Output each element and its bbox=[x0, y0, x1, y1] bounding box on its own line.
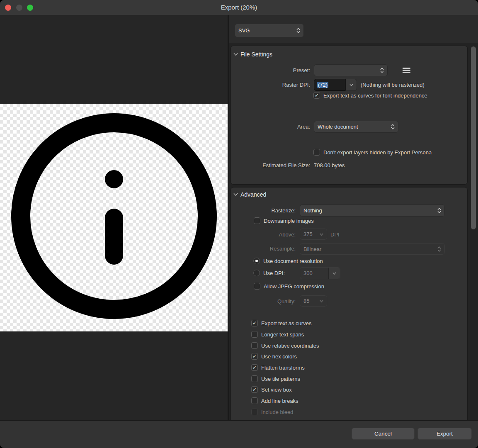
preset-label: Preset: bbox=[249, 67, 310, 73]
above-label: Above: bbox=[239, 231, 296, 238]
raster-dpi-dropdown-arrow[interactable] bbox=[345, 79, 357, 91]
transparency-checkerboard bbox=[0, 104, 228, 331]
flatten-transforms-label: Flatten transforms bbox=[261, 365, 305, 371]
above-dpi-suffix: DPI bbox=[330, 231, 340, 238]
raster-dpi-label: Raster DPI: bbox=[249, 82, 310, 88]
footer-bar: Cancel Export bbox=[0, 420, 478, 448]
checkbox-set-view-box[interactable] bbox=[251, 386, 258, 393]
export-dialog: Export (20%) SVG File Settings Preset: bbox=[0, 0, 478, 448]
stepper-chevrons-icon bbox=[391, 124, 395, 129]
file-settings-collapse-icon[interactable] bbox=[233, 53, 238, 56]
quality-dropdown: 85 bbox=[300, 295, 327, 307]
use-document-resolution-label: Use document resolution bbox=[263, 258, 323, 264]
checkbox-use-hex-colors[interactable] bbox=[251, 353, 258, 360]
use-dpi-label: Use DPI: bbox=[263, 270, 285, 276]
chevron-down-icon bbox=[320, 300, 323, 302]
quality-dropdown-value: 85 bbox=[303, 298, 320, 304]
downsample-images-label: Downsample images bbox=[264, 218, 314, 224]
rasterize-label: Rasterize: bbox=[239, 207, 296, 214]
rasterize-dropdown[interactable]: Nothing bbox=[300, 205, 445, 217]
use-dpi-dropdown: 300 bbox=[300, 267, 340, 279]
estimated-file-size-label: Estimated File Size: bbox=[249, 162, 310, 168]
stepper-chevrons-icon bbox=[380, 68, 384, 73]
checkbox-export-text-as-curves[interactable] bbox=[251, 320, 258, 326]
checkbox-downsample-images[interactable] bbox=[254, 217, 260, 224]
preset-menu-icon[interactable] bbox=[403, 68, 410, 73]
export-text-as-curves-label: Export text as curves bbox=[261, 320, 311, 326]
use-hex-colors-label: Use hex colors bbox=[261, 353, 297, 360]
stepper-chevrons-icon bbox=[437, 246, 441, 252]
raster-dpi-input[interactable]: (72) bbox=[314, 79, 345, 91]
document-preview bbox=[0, 15, 228, 420]
checkbox-longer-text-spans[interactable] bbox=[251, 331, 258, 338]
set-view-box-label: Set view box bbox=[261, 387, 292, 393]
chevron-down-icon bbox=[320, 233, 323, 236]
area-dropdown[interactable]: Whole document bbox=[314, 121, 398, 133]
checkbox-use-tile-patterns[interactable] bbox=[251, 375, 258, 382]
titlebar: Export (20%) bbox=[0, 0, 478, 15]
allow-jpeg-compression-label: Allow JPEG compression bbox=[264, 283, 324, 290]
checkbox-export-text-curves-font[interactable] bbox=[313, 92, 320, 99]
stepper-chevrons-icon bbox=[296, 28, 300, 33]
radio-use-dpi[interactable] bbox=[253, 270, 260, 276]
use-dpi-dropdown-value: 300 bbox=[303, 270, 325, 276]
longer-text-spans-label: Longer text spans bbox=[261, 331, 304, 338]
chevron-down-icon bbox=[328, 268, 340, 279]
advanced-collapse-icon[interactable] bbox=[233, 193, 238, 196]
info-circle-icon bbox=[0, 104, 228, 331]
above-dropdown-value: 375 bbox=[303, 231, 320, 237]
resample-dropdown-value: Bilinear bbox=[303, 246, 435, 252]
resample-label: Resample: bbox=[239, 246, 296, 252]
rasterize-dropdown-value: Nothing bbox=[303, 207, 435, 214]
preset-dropdown[interactable] bbox=[314, 64, 388, 76]
scrollbar-thumb[interactable] bbox=[471, 46, 476, 229]
format-dropdown-value: SVG bbox=[238, 27, 294, 34]
checkbox-dont-export-hidden-layers[interactable] bbox=[313, 149, 320, 156]
export-button[interactable]: Export bbox=[417, 428, 472, 440]
resample-dropdown: Bilinear bbox=[300, 243, 445, 255]
file-settings-header[interactable]: File Settings bbox=[240, 51, 272, 58]
radio-use-document-resolution[interactable] bbox=[253, 258, 260, 264]
checkbox-flatten-transforms[interactable] bbox=[251, 364, 258, 371]
checkbox-use-relative-coordinates[interactable] bbox=[251, 342, 258, 349]
above-dropdown: 375 bbox=[300, 229, 327, 240]
cancel-button[interactable]: Cancel bbox=[352, 428, 415, 440]
area-dropdown-value: Whole document bbox=[318, 124, 388, 130]
use-tile-patterns-label: Use tile patterns bbox=[261, 376, 300, 382]
include-bleed-label: Include bleed bbox=[261, 409, 293, 415]
export-text-curves-font-label: Export text as curves for font independe… bbox=[323, 93, 427, 99]
estimated-file-size-value: 708.00 bytes bbox=[314, 162, 345, 168]
stepper-chevrons-icon bbox=[437, 208, 441, 213]
quality-label: Quality: bbox=[239, 298, 296, 304]
add-line-breaks-label: Add line breaks bbox=[261, 398, 298, 404]
area-label: Area: bbox=[249, 124, 310, 130]
window-title: Export (20%) bbox=[0, 4, 478, 11]
raster-dpi-selected-text: (72) bbox=[317, 82, 328, 88]
checkbox-add-line-breaks[interactable] bbox=[251, 397, 258, 404]
checkbox-allow-jpeg-compression[interactable] bbox=[254, 283, 260, 290]
raster-dpi-note: (Nothing will be rasterized) bbox=[361, 82, 425, 88]
format-dropdown[interactable]: SVG bbox=[235, 24, 304, 37]
advanced-header[interactable]: Advanced bbox=[240, 191, 266, 198]
use-relative-coordinates-label: Use relative coordinates bbox=[261, 343, 319, 349]
dont-export-hidden-layers-label: Don't export layers hidden by Export Per… bbox=[323, 149, 432, 156]
checkbox-include-bleed bbox=[251, 409, 258, 415]
